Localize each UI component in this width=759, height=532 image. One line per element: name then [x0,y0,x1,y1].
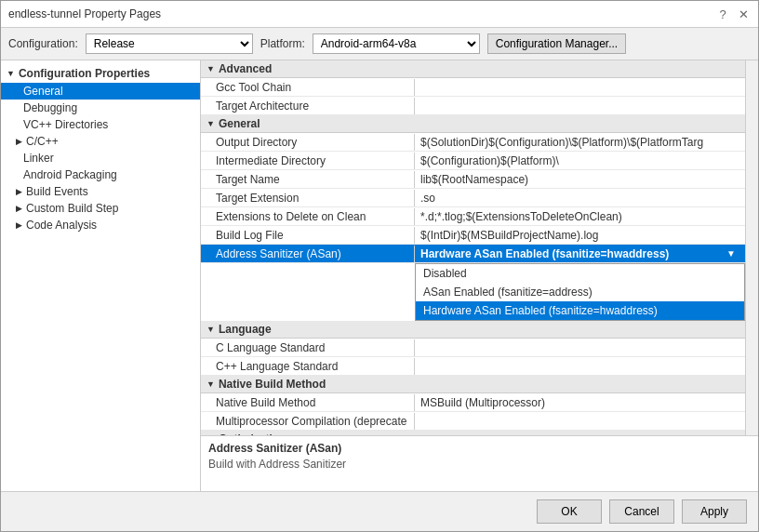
platform-select[interactable]: Android-arm64-v8a [313,33,480,54]
table-row: Build Log File $(IntDir)$(MSBuildProject… [201,226,745,245]
prop-name-asan: Address Sanitizer (ASan) [201,246,415,262]
prop-value[interactable]: MSBuild (Multiprocessor) [415,394,745,411]
prop-value[interactable] [415,104,745,108]
prop-value[interactable]: .so [415,190,745,206]
dropdown-option-disabled[interactable]: Disabled [416,264,744,283]
table-row: Extensions to Delete on Clean *.d;*.tlog… [201,207,745,226]
sidebar-label-cpp: C/C++ [26,135,59,148]
expand-icon: ▶ [16,187,22,196]
info-panel: Address Sanitizer (ASan) Build with Addr… [201,435,758,491]
property-table: ▼ Advanced Gcc Tool Chain Target Archite… [201,60,745,435]
sidebar-label-custom-build: Custom Build Step [26,202,118,215]
dropdown-popup: Disabled ASan Enabled (fsanitize=address… [415,263,745,321]
window-title: endless-tunnel Property Pages [8,7,161,20]
prop-name: Extensions to Delete on Clean [201,208,415,225]
section-advanced[interactable]: ▼ Advanced [201,60,745,78]
prop-value[interactable] [415,86,745,89]
collapse-icon: ▼ [206,64,215,73]
prop-name: Output Directory [201,134,415,151]
prop-name: Multiprocessor Compilation (deprecate [201,413,415,430]
collapse-icon: ▼ [206,325,215,334]
prop-value[interactable]: lib$(RootNamespace) [415,171,745,188]
configuration-select[interactable]: Release [86,33,253,54]
prop-value[interactable] [415,346,745,350]
prop-value[interactable]: $(SolutionDir)$(Configuration)\$(Platfor… [415,134,745,151]
section-language-label: Language [219,323,272,336]
sidebar: ▼ Configuration Properties General Debug… [1,60,201,491]
section-native-build[interactable]: ▼ Native Build Method [201,376,745,393]
prop-value[interactable]: *.d;*.tlog;$(ExtensionsToDeleteOnClean) [415,208,745,225]
section-language[interactable]: ▼ Language [201,321,745,339]
sidebar-item-vc-dirs[interactable]: VC++ Directories [1,116,200,133]
property-area: ▼ Advanced Gcc Tool Chain Target Archite… [201,60,758,435]
close-button[interactable]: ✕ [736,7,751,21]
help-button[interactable]: ? [715,7,730,21]
info-description: Build with Address Sanitizer [208,458,751,471]
sidebar-item-android-pkg[interactable]: Android Packaging [1,166,200,183]
config-label: Configuration: [8,37,78,50]
dropdown-arrow-icon[interactable]: ▼ [723,248,739,259]
main-panel: ▼ Advanced Gcc Tool Chain Target Archite… [201,60,758,491]
sidebar-item-general[interactable]: General [1,83,200,100]
apply-button[interactable]: Apply [682,499,747,524]
section-advanced-label: Advanced [219,62,272,75]
table-row: Native Build Method MSBuild (Multiproces… [201,393,745,412]
dropdown-option-hwasan[interactable]: Hardware ASan Enabled (fsanitize=hwaddre… [416,301,744,320]
prop-name: Intermediate Directory [201,153,415,169]
sidebar-header-label: Configuration Properties [19,67,150,80]
prop-name: Target Name [201,171,415,188]
sidebar-item-custom-build[interactable]: ▶ Custom Build Step [1,200,200,217]
dropdown-option-asan[interactable]: ASan Enabled (fsanitize=address) [416,283,744,301]
table-row: C++ Language Standard [201,357,745,376]
collapse-icon: ▼ [206,379,215,389]
sidebar-item-code-analysis[interactable]: ▶ Code Analysis [1,217,200,233]
table-row: Intermediate Directory $(Configuration)$… [201,152,745,170]
sidebar-item-cpp[interactable]: ▶ C/C++ [1,133,200,150]
sidebar-label-code-analysis: Code Analysis [26,219,97,232]
section-general[interactable]: ▼ General [201,115,745,133]
config-manager-button[interactable]: Configuration Manager... [487,33,626,54]
prop-value[interactable]: $(IntDir)$(MSBuildProjectName).log [415,227,745,244]
prop-name: C++ Language Standard [201,358,415,375]
prop-value[interactable]: $(Configuration)$(Platform)\ [415,153,745,169]
prop-value-asan: Hardware ASan Enabled (fsanitize=hwaddre… [415,246,745,262]
sidebar-label-build-events: Build Events [26,185,88,198]
table-row: Target Extension .so [201,189,745,207]
property-pages-window: endless-tunnel Property Pages ? ✕ Config… [0,0,759,532]
cancel-button[interactable]: Cancel [609,499,674,524]
title-bar: endless-tunnel Property Pages ? ✕ [1,1,758,28]
table-row-selected[interactable]: Address Sanitizer (ASan) Hardware ASan E… [201,245,745,263]
table-row: Target Architecture [201,97,745,115]
expand-icon: ▼ [7,69,15,78]
window-controls: ? ✕ [715,7,751,21]
prop-name: Build Log File [201,227,415,244]
sidebar-item-debugging[interactable]: Debugging [1,100,200,116]
main-content: ▼ Configuration Properties General Debug… [1,60,758,491]
table-row: Gcc Tool Chain [201,78,745,97]
footer: OK Cancel Apply [1,491,758,531]
prop-value[interactable] [415,419,745,423]
scrollbar[interactable] [745,60,758,435]
prop-name: Gcc Tool Chain [201,79,415,96]
sidebar-header: ▼ Configuration Properties [1,64,200,83]
platform-label: Platform: [260,37,305,50]
prop-name: C Language Standard [201,339,415,356]
table-row: Output Directory $(SolutionDir)$(Configu… [201,133,745,152]
sidebar-item-linker[interactable]: Linker [1,150,200,166]
asan-value-text: Hardware ASan Enabled (fsanitize=hwaddre… [420,247,669,260]
info-title: Address Sanitizer (ASan) [208,442,751,455]
sidebar-item-build-events[interactable]: ▶ Build Events [1,183,200,200]
collapse-icon: ▼ [206,119,215,128]
prop-name: Target Architecture [201,98,415,114]
ok-button[interactable]: OK [537,499,602,524]
section-general-label: General [219,117,260,130]
expand-icon: ▶ [16,137,22,146]
prop-name: Target Extension [201,190,415,206]
expand-icon: ▶ [16,220,22,230]
prop-value[interactable] [415,365,745,368]
table-row: Multiprocessor Compilation (deprecate [201,412,745,431]
toolbar: Configuration: Release Platform: Android… [1,28,758,60]
section-native-build-label: Native Build Method [219,378,326,391]
prop-name: Native Build Method [201,394,415,411]
table-row: C Language Standard [201,339,745,357]
